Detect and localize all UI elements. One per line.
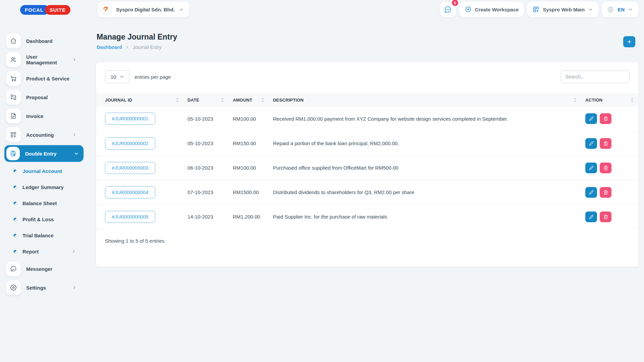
pencil-icon bbox=[589, 141, 594, 146]
table-row: #JUR000000005 14-10-2023 RM1,200.00 Paid… bbox=[96, 204, 638, 229]
date-cell: 05-10-2023 bbox=[183, 131, 229, 156]
breadcrumb-dashboard-link[interactable]: Dashboard bbox=[97, 45, 122, 50]
description-cell: Repaid a portion of the bank loan princi… bbox=[269, 131, 581, 156]
column-header-action: ACTION bbox=[585, 98, 602, 103]
trash-icon bbox=[603, 116, 608, 121]
circle-icon bbox=[13, 234, 17, 237]
description-cell: Purchased office supplied from OfficeMar… bbox=[269, 156, 581, 180]
amount-cell: RM1500.00 bbox=[229, 180, 269, 204]
invoice-icon bbox=[6, 109, 21, 123]
sidebar-item-label: Dashboard bbox=[26, 38, 52, 44]
journal-entry-card: 10 entries per page JOURNAL ID DATE bbox=[96, 62, 638, 266]
column-header-date: DATE bbox=[187, 98, 199, 103]
sort-icon[interactable] bbox=[176, 98, 179, 103]
sidebar-subitem-ledger-summary[interactable]: Ledger Summary bbox=[0, 179, 89, 195]
sidebar-item-user-management[interactable]: User Management bbox=[0, 50, 89, 69]
entries-per-page-select[interactable]: 10 bbox=[105, 70, 130, 83]
journal-id-badge[interactable]: #JUR000000004 bbox=[105, 186, 155, 198]
chat-button[interactable]: 0 bbox=[440, 2, 456, 17]
journal-id-badge[interactable]: #JUR000000001 bbox=[105, 113, 155, 125]
sidebar-item-label: Messenger bbox=[26, 266, 52, 272]
edit-button[interactable] bbox=[585, 187, 597, 198]
sidebar-subitem-profit-loss[interactable]: Profit & Loss bbox=[0, 211, 89, 227]
sidebar-item-double-entry[interactable]: Double Entry bbox=[4, 145, 84, 162]
chevron-right-icon bbox=[72, 57, 77, 62]
column-header-amount: AMOUNT bbox=[233, 98, 252, 103]
delete-button[interactable] bbox=[600, 138, 611, 149]
pencil-icon bbox=[589, 116, 594, 121]
sidebar-item-label: Product & Service bbox=[26, 76, 69, 81]
circle-icon bbox=[13, 201, 17, 205]
search-input[interactable] bbox=[561, 70, 630, 83]
chat-bubble-icon bbox=[6, 261, 21, 276]
sort-icon[interactable] bbox=[261, 98, 264, 103]
description-cell: Paid Supplier Inc. for the purchase of r… bbox=[269, 204, 581, 229]
sidebar-item-label: Proposal bbox=[26, 95, 48, 100]
delete-button[interactable] bbox=[600, 212, 611, 222]
add-journal-entry-button[interactable] bbox=[623, 36, 635, 47]
sidebar: Dashboard User Management Product & Serv… bbox=[0, 32, 89, 297]
description-cell: Received RM1,000.00 payment from XYZ Com… bbox=[269, 107, 581, 131]
edit-button[interactable] bbox=[585, 113, 597, 124]
entries-per-page-label: entries per page bbox=[135, 74, 171, 80]
description-cell: Distributed dividends to shareholders fo… bbox=[269, 180, 581, 204]
journal-id-badge[interactable]: #JUR000000005 bbox=[105, 211, 155, 223]
sidebar-subitem-report[interactable]: Report bbox=[0, 243, 89, 259]
language-label: EN bbox=[618, 7, 625, 12]
create-workspace-button[interactable]: Create Workspace bbox=[460, 2, 524, 17]
journal-id-badge[interactable]: #JUR000000002 bbox=[105, 137, 155, 149]
date-cell: 06-10-2023 bbox=[183, 156, 229, 180]
workspace-selector[interactable]: Syspro Digital Sdn. Bhd. bbox=[98, 2, 189, 17]
chevron-right-icon bbox=[72, 285, 77, 290]
sidebar-item-invoice[interactable]: Invoice bbox=[0, 107, 89, 125]
table-row: #JUR000000002 05-10-2023 RM150.00 Repaid… bbox=[96, 131, 638, 156]
sidebar-item-dashboard[interactable]: Dashboard bbox=[0, 32, 89, 50]
edit-button[interactable] bbox=[585, 212, 597, 222]
sort-icon[interactable] bbox=[221, 98, 224, 103]
sidebar-subitem-label: Report bbox=[22, 249, 39, 254]
sidebar-item-label: Settings bbox=[26, 285, 46, 291]
notification-badge: 0 bbox=[452, 0, 458, 6]
journal-entries-table: JOURNAL ID DATE AMOUNT DESCRIPTION ACTIO… bbox=[96, 93, 638, 229]
amount-cell: RM1,200.00 bbox=[229, 204, 269, 229]
sidebar-item-messenger[interactable]: Messenger bbox=[0, 259, 89, 278]
edit-button[interactable] bbox=[585, 138, 597, 149]
cart-icon bbox=[6, 71, 21, 86]
sidebar-item-settings[interactable]: Settings bbox=[0, 278, 89, 297]
delete-button[interactable] bbox=[600, 187, 611, 198]
edit-button[interactable] bbox=[585, 163, 597, 173]
language-selector[interactable]: EN bbox=[602, 2, 638, 17]
chevron-down-icon bbox=[74, 151, 79, 156]
sidebar-subitem-balance-sheet[interactable]: Balance Sheet bbox=[0, 195, 89, 211]
plus-icon bbox=[627, 39, 632, 45]
pencil-icon bbox=[589, 215, 594, 219]
sort-icon[interactable] bbox=[574, 98, 577, 103]
sidebar-subitem-label: Profit & Loss bbox=[22, 217, 54, 222]
circle-icon bbox=[13, 250, 17, 253]
pencil-icon bbox=[589, 166, 594, 170]
sidebar-item-label: Invoice bbox=[26, 113, 44, 119]
sidebar-item-product-service[interactable]: Product & Service bbox=[0, 69, 89, 88]
sidebar-item-label: Accounting bbox=[26, 132, 54, 138]
delete-button[interactable] bbox=[600, 113, 611, 124]
amount-cell: RM100.00 bbox=[229, 107, 269, 131]
app-logo[interactable]: FOCAL SUITE bbox=[20, 5, 70, 15]
sidebar-item-proposal[interactable]: Proposal bbox=[0, 88, 89, 107]
sort-icon[interactable] bbox=[631, 98, 634, 103]
sidebar-subitem-trial-balance[interactable]: Trial Balance bbox=[0, 227, 89, 243]
date-cell: 07-10-2023 bbox=[183, 180, 229, 204]
app-switcher[interactable]: Syspro Web Main bbox=[527, 2, 598, 17]
chevron-down-icon bbox=[588, 7, 593, 12]
journal-id-badge[interactable]: #JUR000000003 bbox=[105, 162, 155, 174]
date-cell: 05-10-2023 bbox=[183, 107, 229, 131]
delete-button[interactable] bbox=[600, 163, 611, 173]
sidebar-item-accounting[interactable]: Accounting bbox=[0, 125, 89, 144]
users-icon bbox=[6, 52, 21, 67]
create-workspace-label: Create Workspace bbox=[475, 7, 519, 12]
app-switcher-label: Syspro Web Main bbox=[543, 7, 585, 12]
topbar-actions: 0 Create Workspace Syspro Web Main EN bbox=[440, 2, 638, 17]
sidebar-subitem-label: Balance Sheet bbox=[22, 200, 57, 206]
logo-focal: FOCAL bbox=[20, 5, 49, 15]
page-title: Manage Journal Entry bbox=[97, 33, 177, 42]
sidebar-subitem-journal-account[interactable]: Journal Account bbox=[0, 163, 89, 179]
